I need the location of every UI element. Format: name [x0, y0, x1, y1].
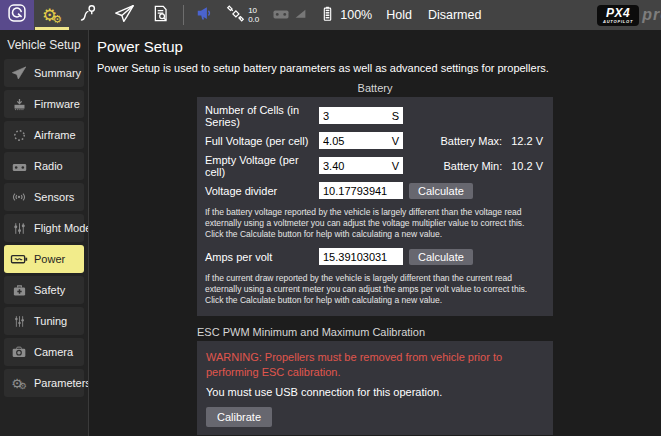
battery-max-value: 12.2 V [511, 135, 543, 147]
amps-per-volt-help-text: If the current draw reported by the vehi… [205, 273, 545, 306]
full-voltage-input[interactable] [323, 135, 390, 147]
messages-megaphone-icon [195, 4, 214, 27]
gears-icon: ⚙⚙ [9, 374, 29, 392]
empty-voltage-label: Empty Voltage (per cell) [205, 154, 319, 178]
empty-voltage-input[interactable] [323, 160, 390, 172]
number-of-cells-input[interactable] [323, 110, 390, 122]
battery-icon [319, 4, 336, 27]
rc-remote-icon [271, 3, 291, 27]
vehicle-setup-sidebar: Vehicle Setup Summary Firmware [0, 30, 88, 436]
battery-panel: Number of Cells (in Series) S Full Volta… [197, 97, 553, 316]
cells-unit-label: S [392, 110, 399, 122]
px4-badge: PX4 AUTOPILOT [597, 5, 639, 26]
qgc-logo-button[interactable] [0, 0, 34, 30]
calibrate-button[interactable]: Calibrate [206, 407, 272, 427]
esc-usb-note: You must use USB connection for this ope… [206, 386, 544, 398]
voltage-divider-calculate-button[interactable]: Calculate [409, 183, 473, 199]
number-of-cells-input-wrap: S [319, 107, 403, 124]
power-setup-content: Power Setup Power Setup is used to setup… [88, 30, 661, 436]
battery-min-value: 10.2 V [511, 160, 543, 172]
sidebar-item-sensors[interactable]: Sensors [4, 183, 84, 211]
battery-max-info: Battery Max: 12.2 V [440, 135, 545, 147]
full-voltage-input-wrap: V [319, 132, 403, 149]
px4-pro-label: pro [642, 6, 661, 24]
amps-per-volt-calculate-button[interactable]: Calculate [409, 249, 473, 265]
signal-strength-icon [294, 6, 307, 24]
camera-icon [9, 343, 29, 361]
sidebar-item-label: Airframe [34, 129, 76, 141]
toolbar-analyze-button[interactable] [143, 0, 178, 30]
analyze-document-icon [151, 4, 170, 27]
px4-name: PX4 [606, 7, 630, 19]
number-of-cells-row: Number of Cells (in Series) S [205, 107, 545, 124]
tuning-sliders-icon [9, 312, 29, 330]
toolbar-fly-button[interactable] [106, 0, 143, 30]
toolbar-battery-indicator[interactable]: 100% [313, 4, 378, 27]
toolbar-vehicle-setup-button[interactable]: ⚙⚙ [34, 0, 70, 30]
paper-plane-icon [9, 64, 29, 82]
sidebar-item-label: Summary [34, 67, 81, 79]
rc-remote-icon [9, 157, 29, 175]
sidebar-item-airframe[interactable]: Airframe [4, 121, 84, 149]
amps-per-volt-input[interactable] [323, 251, 399, 263]
gps-hdop: 0.0 [248, 15, 259, 24]
toolbar-armed-state[interactable]: Disarmed [420, 8, 490, 22]
voltage-divider-input[interactable] [323, 185, 399, 197]
battery-min-info: Battery Min: 10.2 V [444, 160, 546, 172]
signal-waves-icon [9, 188, 29, 206]
toolbar-gps-indicator[interactable]: 10 0.0 [220, 4, 265, 27]
first-aid-icon [9, 281, 29, 299]
gps-satellite-count: 10 [248, 6, 259, 15]
toolbar-rc-indicator[interactable] [265, 3, 313, 27]
page-title: Power Setup [97, 38, 661, 55]
sidebar-title: Vehicle Setup [0, 30, 88, 59]
esc-warning-text: WARNING: Propellers must be removed from… [206, 350, 517, 380]
battery-wave-icon [9, 250, 29, 268]
empty-voltage-unit-label: V [392, 160, 399, 172]
full-voltage-row: Full Voltage (per cell) V Battery Max: 1… [205, 132, 545, 149]
sliders-icon [9, 219, 29, 237]
battery-min-label: Battery Min: [444, 160, 503, 172]
gps-satellite-icon [226, 4, 245, 27]
sidebar-item-tuning[interactable]: Tuning [4, 307, 84, 335]
voltage-divider-help-text: If the battery voltage reported by the v… [205, 207, 545, 240]
gps-values: 10 0.0 [248, 6, 259, 24]
empty-voltage-row: Empty Voltage (per cell) V Battery Min: … [205, 157, 545, 174]
top-toolbar: ⚙⚙ [0, 0, 661, 30]
battery-percentage: 100% [339, 8, 372, 22]
sidebar-item-flight-modes[interactable]: Flight Modes [4, 214, 84, 242]
full-voltage-label: Full Voltage (per cell) [205, 135, 319, 147]
sidebar-item-label: Radio [34, 160, 63, 172]
amps-per-volt-row: Amps per volt Calculate [205, 248, 545, 265]
toolbar-separator [183, 5, 184, 25]
sidebar-item-power[interactable]: Power [4, 245, 84, 273]
battery-max-label: Battery Max: [440, 135, 502, 147]
px4-logo: PX4 AUTOPILOT pro [597, 5, 661, 26]
firmware-download-icon [9, 95, 29, 113]
toolbar-messages-indicator[interactable] [189, 4, 220, 27]
sidebar-item-safety[interactable]: Safety [4, 276, 84, 304]
full-voltage-unit-label: V [392, 135, 399, 147]
esc-calibration-panel: WARNING: Propellers must be removed from… [197, 341, 553, 435]
amps-per-volt-input-wrap [319, 248, 403, 265]
page-description: Power Setup is used to setup battery par… [97, 62, 661, 74]
amps-per-volt-label: Amps per volt [205, 251, 319, 263]
sidebar-item-radio[interactable]: Radio [4, 152, 84, 180]
sidebar-item-summary[interactable]: Summary [4, 59, 84, 87]
voltage-divider-input-wrap [319, 182, 403, 199]
sidebar-item-label: Safety [34, 284, 65, 296]
qgc-logo-icon [7, 3, 27, 27]
toolbar-flight-mode[interactable]: Hold [378, 8, 420, 22]
sidebar-item-firmware[interactable]: Firmware [4, 90, 84, 118]
voltage-divider-label: Voltage divider [205, 185, 319, 197]
toolbar-plan-button[interactable] [70, 0, 106, 30]
battery-section-label: Battery [197, 82, 553, 94]
sidebar-item-camera[interactable]: Camera [4, 338, 84, 366]
sidebar-item-parameters[interactable]: ⚙⚙ Parameters [4, 369, 84, 397]
sidebar-item-label: Parameters [34, 377, 91, 389]
fly-paper-plane-icon [114, 3, 135, 28]
voltage-divider-row: Voltage divider Calculate [205, 182, 545, 199]
dotted-circle-icon [9, 126, 29, 144]
number-of-cells-label: Number of Cells (in Series) [205, 104, 319, 128]
sidebar-item-label: Sensors [34, 191, 74, 203]
